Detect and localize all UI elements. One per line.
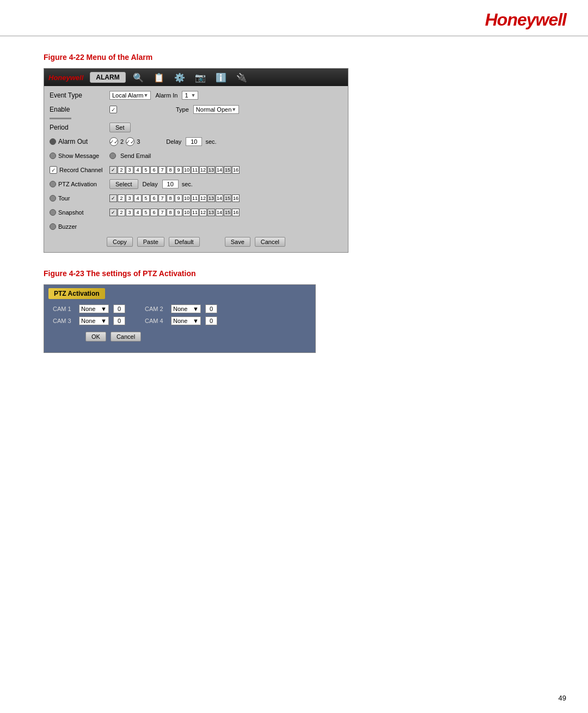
enable-checkbox[interactable] xyxy=(109,106,117,113)
docs-nav-icon[interactable]: 📋 xyxy=(151,71,167,84)
page-content: Figure 4-22 Menu of the Alarm Honeywell … xyxy=(0,36,588,386)
snap-num-4[interactable]: 4 xyxy=(134,209,142,216)
copy-button[interactable]: Copy xyxy=(107,237,133,247)
rc-num-15[interactable]: 15 xyxy=(224,166,231,174)
rc-num-14[interactable]: 14 xyxy=(216,166,223,174)
alarm-in-dropdown[interactable]: 1 ▼ xyxy=(182,91,198,100)
tour-num-8[interactable]: 8 xyxy=(167,194,174,202)
rc-num-12[interactable]: 12 xyxy=(199,166,207,174)
snap-num-7[interactable]: 7 xyxy=(158,209,166,216)
default-button[interactable]: Default xyxy=(169,237,200,247)
rc-num-1[interactable]: ✓ xyxy=(109,166,117,174)
cam4-num-input[interactable]: 0 xyxy=(205,316,217,325)
rc-num-3[interactable]: 3 xyxy=(126,166,133,174)
event-type-dropdown[interactable]: Local Alarm ▼ xyxy=(109,91,151,100)
rc-num-11[interactable]: 11 xyxy=(191,166,199,174)
tour-num-15[interactable]: 15 xyxy=(224,194,231,202)
tour-num-2[interactable]: 2 xyxy=(118,194,125,202)
snap-num-13[interactable]: 13 xyxy=(207,209,215,216)
alarm-out-label: Alarm Out xyxy=(58,138,88,145)
figure2-title: Figure 4-23 The settings of PTZ Activati… xyxy=(44,269,544,278)
snap-num-1[interactable]: ✓ xyxy=(109,209,117,216)
tour-num-12[interactable]: 12 xyxy=(199,194,207,202)
tour-numbers: ✓ 2 3 4 5 6 7 8 9 10 11 12 13 14 15 16 xyxy=(109,194,240,202)
show-message-radio[interactable] xyxy=(50,153,56,159)
tour-num-6[interactable]: 6 xyxy=(150,194,158,202)
tour-num-16[interactable]: 16 xyxy=(232,194,240,202)
divider xyxy=(50,118,71,119)
snap-num-12[interactable]: 12 xyxy=(199,209,207,216)
ptz-delay-input[interactable]: 10 xyxy=(162,180,179,188)
ptz-activation-radio[interactable] xyxy=(50,181,56,187)
tour-radio[interactable] xyxy=(50,195,56,202)
snapshot-radio[interactable] xyxy=(50,209,56,216)
alarm-logo: Honeywell xyxy=(48,74,83,82)
power-nav-icon[interactable]: 🔌 xyxy=(234,71,250,84)
cam2-num-input[interactable]: 0 xyxy=(205,304,217,313)
rc-num-6[interactable]: 6 xyxy=(150,166,158,174)
cancel-button[interactable]: Cancel xyxy=(255,237,285,247)
alarm-out-num1[interactable]: ✓ xyxy=(109,137,118,146)
rc-num-16[interactable]: 16 xyxy=(232,166,240,174)
select-button[interactable]: Select xyxy=(109,179,138,189)
cam3-num-input[interactable]: 0 xyxy=(113,316,125,325)
ptz-ok-button[interactable]: OK xyxy=(85,332,106,342)
cam1-label: CAM 1 xyxy=(53,306,75,312)
snapshot-row: Snapshot ✓ 2 3 4 5 6 7 8 9 10 11 12 13 1… xyxy=(50,206,342,218)
cam4-dropdown[interactable]: None ▼ xyxy=(171,316,201,325)
rc-num-8[interactable]: 8 xyxy=(167,166,174,174)
rc-num-4[interactable]: 4 xyxy=(134,166,142,174)
snap-num-9[interactable]: 9 xyxy=(175,209,182,216)
tour-num-3[interactable]: 3 xyxy=(126,194,133,202)
tour-num-4[interactable]: 4 xyxy=(134,194,142,202)
snap-num-6[interactable]: 6 xyxy=(150,209,158,216)
save-button[interactable]: Save xyxy=(225,237,250,247)
config-nav-icon[interactable]: ⚙️ xyxy=(171,71,188,84)
rc-num-10[interactable]: 10 xyxy=(183,166,191,174)
snap-num-10[interactable]: 10 xyxy=(183,209,191,216)
rc-num-2[interactable]: 2 xyxy=(118,166,125,174)
honeywell-logo: Honeywell xyxy=(485,10,566,30)
rc-num-7[interactable]: 7 xyxy=(158,166,166,174)
enable-row: Enable Type Normal Open ▼ xyxy=(50,103,342,115)
tour-num-9[interactable]: 9 xyxy=(175,194,182,202)
camera-nav-icon[interactable]: 📷 xyxy=(192,71,209,84)
tour-num-14[interactable]: 14 xyxy=(216,194,223,202)
snap-num-3[interactable]: 3 xyxy=(126,209,133,216)
rc-num-13[interactable]: 13 xyxy=(207,166,215,174)
set-button[interactable]: Set xyxy=(109,123,131,132)
tour-num-13[interactable]: 13 xyxy=(207,194,215,202)
alarm-tab[interactable]: ALARM xyxy=(90,72,125,83)
tour-num-1[interactable]: ✓ xyxy=(109,194,117,202)
paste-button[interactable]: Paste xyxy=(137,237,164,247)
cam1-dropdown[interactable]: None ▼ xyxy=(79,304,109,313)
delay-input[interactable]: 10 xyxy=(186,137,202,146)
info-nav-icon[interactable]: ℹ️ xyxy=(213,71,229,84)
snapshot-label: Snapshot xyxy=(58,209,83,216)
rc-num-9[interactable]: 9 xyxy=(175,166,182,174)
cam1-num-input[interactable]: 0 xyxy=(113,304,125,313)
tour-num-11[interactable]: 11 xyxy=(191,194,199,202)
record-channel-checkbox[interactable] xyxy=(50,166,57,174)
snap-num-11[interactable]: 11 xyxy=(191,209,199,216)
snap-num-15[interactable]: 15 xyxy=(224,209,231,216)
alarm-out-radio[interactable] xyxy=(50,138,56,145)
cam3-dropdown[interactable]: None ▼ xyxy=(79,316,109,325)
type-dropdown[interactable]: Normal Open ▼ xyxy=(193,105,239,114)
alarm-out-num2[interactable]: ✓ xyxy=(126,137,134,146)
ptz-cancel-button[interactable]: Cancel xyxy=(111,332,141,342)
buzzer-row: Buzzer xyxy=(50,221,342,233)
rc-num-5[interactable]: 5 xyxy=(142,166,150,174)
send-email-radio[interactable] xyxy=(109,153,116,159)
search-nav-icon[interactable]: 🔍 xyxy=(130,71,146,84)
buzzer-radio[interactable] xyxy=(50,223,56,230)
cam2-dropdown[interactable]: None ▼ xyxy=(171,304,201,313)
tour-num-5[interactable]: 5 xyxy=(142,194,150,202)
snap-num-8[interactable]: 8 xyxy=(167,209,174,216)
snap-num-5[interactable]: 5 xyxy=(142,209,150,216)
snap-num-2[interactable]: 2 xyxy=(118,209,125,216)
tour-num-10[interactable]: 10 xyxy=(183,194,191,202)
tour-num-7[interactable]: 7 xyxy=(158,194,166,202)
snap-num-14[interactable]: 14 xyxy=(216,209,223,216)
snap-num-16[interactable]: 16 xyxy=(232,209,240,216)
